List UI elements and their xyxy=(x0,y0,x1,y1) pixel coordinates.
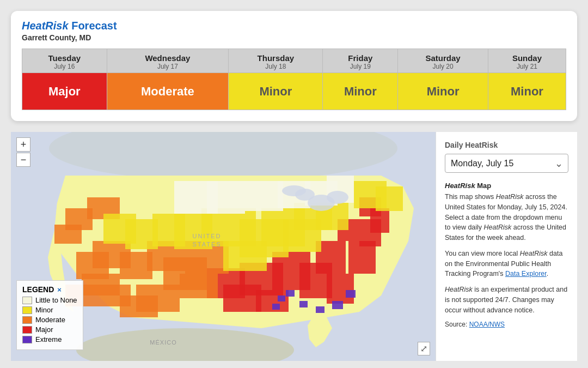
svg-rect-33 xyxy=(223,241,267,271)
legend-label: Minor xyxy=(35,306,53,314)
panel-desc-1: This map shows HeatRisk across the Unite… xyxy=(445,192,568,243)
legend-swatch xyxy=(22,297,32,304)
svg-rect-7 xyxy=(327,274,354,304)
legend-swatch xyxy=(22,336,32,343)
svg-rect-51 xyxy=(346,290,356,298)
svg-rect-30 xyxy=(54,225,82,244)
forecast-risk-cell: Minor xyxy=(398,73,488,110)
legend-swatch xyxy=(22,306,32,314)
legend-title: LEGEND × xyxy=(22,285,77,294)
map-section: + − xyxy=(11,132,577,361)
legend-items: Little to NoneMinorModerateMajorExtreme xyxy=(22,296,77,343)
svg-rect-55 xyxy=(278,295,285,301)
legend-close-button[interactable]: × xyxy=(57,286,62,294)
svg-point-58 xyxy=(327,191,348,204)
panel-map-title: HeatRisk Map xyxy=(445,182,568,190)
svg-rect-27 xyxy=(120,295,158,317)
svg-rect-46 xyxy=(245,181,283,211)
map-container: + − xyxy=(11,132,436,361)
forecast-risk-cell: Minor xyxy=(323,73,398,110)
map-legend: LEGEND × Little to NoneMinorModerateMajo… xyxy=(16,280,83,350)
date-dropdown-wrapper: Monday, July 15Tuesday, July 16Wednesday… xyxy=(445,154,568,173)
forecast-header: TuesdayJuly 16WednesdayJuly 17ThursdayJu… xyxy=(22,49,566,73)
forecast-day-header: SaturdayJuly 20 xyxy=(398,49,488,73)
legend-label: Extreme xyxy=(35,335,62,343)
panel-desc-3: HeatRisk is an experimental product and … xyxy=(445,285,568,315)
forecast-day-header: TuesdayJuly 16 xyxy=(22,49,107,73)
legend-label: Major xyxy=(35,325,53,334)
location-label: Garrett County, MD xyxy=(22,33,566,42)
data-explorer-link[interactable]: Data Explorer xyxy=(505,270,547,277)
forecast-day-header: ThursdayJuly 18 xyxy=(229,49,323,73)
noaa-nws-link[interactable]: NOAA/NWS xyxy=(469,321,505,328)
legend-item: Moderate xyxy=(22,316,77,324)
legend-label: Little to None xyxy=(35,296,77,304)
forecast-day-header: FridayJuly 19 xyxy=(323,49,398,73)
panel-title: Daily HeatRisk xyxy=(445,141,568,149)
svg-rect-56 xyxy=(272,304,280,310)
legend-item: Extreme xyxy=(22,335,77,343)
svg-text:UNITED: UNITED xyxy=(193,233,222,239)
svg-point-60 xyxy=(282,185,306,196)
svg-rect-53 xyxy=(299,301,308,307)
forecast-table: TuesdayJuly 16WednesdayJuly 17ThursdayJu… xyxy=(22,49,566,110)
svg-text:STATES: STATES xyxy=(192,241,221,248)
forecast-risk-cell: Minor xyxy=(488,73,566,110)
legend-label: Moderate xyxy=(35,316,65,324)
legend-item: Major xyxy=(22,325,77,334)
forecast-card: HeatRisk Forecast Garrett County, MD Tue… xyxy=(11,11,577,121)
forecast-risk-cell: Major xyxy=(22,73,107,110)
legend-swatch xyxy=(22,316,32,324)
svg-rect-54 xyxy=(286,290,295,297)
forecast-risk-cell: Minor xyxy=(229,73,323,110)
svg-text:MÉXICO: MÉXICO xyxy=(150,339,176,346)
svg-rect-39 xyxy=(376,186,403,211)
forecast-risk-row: MajorModerateMinorMinorMinorMinor xyxy=(22,73,566,110)
forecast-day-header: WednesdayJuly 17 xyxy=(107,49,229,73)
forecast-day-header: SundayJuly 21 xyxy=(488,49,566,73)
map-panel: Daily HeatRisk Monday, July 15Tuesday, J… xyxy=(436,132,577,361)
panel-source: Source: NOAA/NWS xyxy=(445,321,568,328)
legend-item: Minor xyxy=(22,306,77,314)
app-title: HeatRisk Forecast xyxy=(22,20,566,32)
zoom-in-button[interactable]: + xyxy=(16,137,30,152)
date-dropdown[interactable]: Monday, July 15Tuesday, July 16Wednesday… xyxy=(445,154,568,173)
svg-rect-19 xyxy=(180,274,218,298)
svg-rect-43 xyxy=(103,214,136,244)
legend-swatch xyxy=(22,326,32,334)
svg-rect-52 xyxy=(316,306,324,313)
legend-item: Little to None xyxy=(22,296,77,304)
map-controls: + − xyxy=(16,137,30,168)
svg-rect-50 xyxy=(332,301,343,309)
panel-desc-2: You can view more local HeatRisk data on… xyxy=(445,249,568,279)
zoom-out-button[interactable]: − xyxy=(16,153,30,167)
expand-map-button[interactable]: ⤢ xyxy=(418,342,430,355)
forecast-risk-cell: Moderate xyxy=(107,73,229,110)
svg-rect-45 xyxy=(207,181,245,214)
